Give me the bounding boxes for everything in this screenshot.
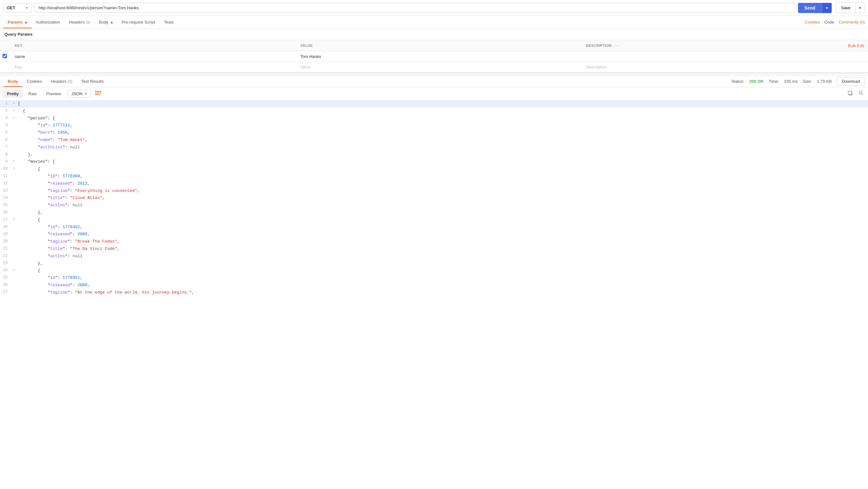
json-line: 10 ▾ { — [0, 165, 868, 173]
json-line: 27 "tagline": "At the edge of the world,… — [0, 289, 868, 296]
toolbar-right-actions — [846, 89, 865, 98]
section-divider — [0, 72, 868, 74]
body-dot-icon — [111, 22, 113, 24]
save-button[interactable]: Save — [836, 3, 856, 13]
size-label-text: Size: — [803, 79, 812, 84]
method-chevron-icon: ▼ — [25, 6, 28, 9]
copy-icon — [848, 90, 853, 95]
json-line: 4 "id": 1777111, — [0, 122, 868, 129]
json-line: 17 ▾ { — [0, 216, 868, 224]
tab-params[interactable]: Params — [3, 16, 32, 28]
json-line: 15 "actIns": null — [0, 202, 868, 209]
tab-tests[interactable]: Tests — [159, 16, 178, 28]
query-params-label: Query Params — [0, 29, 868, 40]
more-options-button[interactable]: ··· — [614, 43, 620, 49]
url-input[interactable] — [34, 3, 796, 13]
resp-tab-headers[interactable]: Headers (3) — [46, 76, 76, 87]
pretty-view-button[interactable]: Pretty — [3, 90, 23, 98]
tab-prerequest[interactable]: Pre-request Script — [117, 16, 159, 28]
json-line: 23 }, — [0, 260, 868, 268]
th-checkbox — [0, 40, 11, 51]
cookies-link[interactable]: Cookies — [805, 20, 820, 25]
svg-line-6 — [862, 94, 863, 95]
send-button[interactable]: Send — [798, 3, 822, 13]
param-desc-cell[interactable] — [582, 51, 868, 62]
response-meta: Status: 200 OK Time: 335 ms Size: 1.79 K… — [732, 77, 865, 86]
svg-rect-1 — [95, 93, 99, 93]
status-label-text: Status: — [732, 79, 744, 84]
json-viewer: 1 ▾ [ 2 ▾ { 3 ▾ "person": { 4 "id": 1777… — [0, 100, 868, 465]
comments-link[interactable]: Comments (0) — [839, 20, 865, 25]
preview-view-button[interactable]: Preview — [42, 90, 65, 98]
request-tabs-bar: Params Authorization Headers (9) Body Pr… — [0, 16, 868, 29]
method-select[interactable]: GET ▼ — [3, 3, 32, 12]
tab-headers[interactable]: Headers (9) — [65, 16, 95, 28]
format-select[interactable]: JSON ▼ — [68, 90, 91, 98]
format-chevron-icon: ▼ — [84, 92, 88, 95]
params-dot-icon — [25, 22, 27, 24]
param-value-cell[interactable]: Tom Hanks — [297, 51, 582, 62]
time-value: 335 ms — [784, 79, 798, 84]
tabs-right-links: Cookies Code Comments (0) — [805, 20, 865, 25]
json-line: 20 "tagline": "Break The Codes", — [0, 238, 868, 245]
svg-point-5 — [859, 91, 862, 94]
json-line: 3 ▾ "person": { — [0, 115, 868, 122]
json-line: 22 "actIns": null — [0, 253, 868, 260]
headers-badge: (9) — [86, 20, 90, 24]
download-button[interactable]: Download — [837, 77, 865, 86]
json-line: 13 "tagline": "Everything is connected", — [0, 187, 868, 195]
raw-view-button[interactable]: Raw — [25, 90, 40, 98]
json-line: 11 "id": 1778369, — [0, 173, 868, 180]
json-line: 19 "released": 2006, — [0, 231, 868, 238]
json-line: 6 "name": "Tom Hanks", — [0, 136, 868, 144]
param-new-key[interactable]: Key — [11, 62, 297, 72]
json-line: 18 "id": 1778452, — [0, 224, 868, 231]
param-row-name: name Tom Hanks — [0, 51, 868, 62]
copy-button[interactable] — [846, 89, 854, 98]
bulk-edit-button[interactable]: Bulk Edit — [848, 43, 864, 48]
param-new-value[interactable]: Value — [297, 62, 582, 72]
th-description: DESCRIPTION ··· Bulk Edit — [582, 40, 868, 51]
time-label-text: Time: — [769, 79, 779, 84]
resp-tab-body[interactable]: Body — [3, 76, 23, 87]
svg-rect-4 — [848, 91, 851, 95]
json-line: 9 ▾ "movies": [ — [0, 158, 868, 165]
save-dropdown-button[interactable]: ▼ — [856, 3, 865, 13]
json-line: 1 ▾ [ — [0, 100, 868, 108]
th-key: KEY — [11, 40, 297, 51]
param-checkbox-cell — [0, 51, 11, 62]
json-line: 8 }, — [0, 151, 868, 158]
response-toolbar: Pretty Raw Preview JSON ▼ — [0, 87, 868, 100]
param-new-desc[interactable]: Description — [582, 62, 868, 72]
svg-rect-2 — [95, 94, 100, 95]
json-line: 24 ▾ { — [0, 267, 868, 274]
wrap-icon — [95, 90, 101, 95]
wrap-button[interactable] — [93, 90, 103, 98]
json-line: 7 "actInList": null — [0, 144, 868, 151]
th-value: VALUE — [297, 40, 582, 51]
param-checkbox[interactable] — [3, 54, 7, 58]
status-value: 200 OK — [749, 79, 764, 84]
json-line: 2 ▾ { — [0, 108, 868, 115]
search-button[interactable] — [857, 89, 865, 98]
url-bar: GET ▼ Send ▼ Save ▼ — [0, 0, 868, 16]
json-line: 26 "released": 2000, — [0, 282, 868, 289]
tab-authorization[interactable]: Authorization — [32, 16, 65, 28]
json-line: 14 "title": "Cloud Atlas", — [0, 194, 868, 202]
json-line: 5 "born": 1956, — [0, 129, 868, 136]
param-key-cell[interactable]: name — [11, 51, 297, 62]
send-dropdown-button[interactable]: ▼ — [822, 3, 832, 13]
resp-tab-cookies[interactable]: Cookies — [23, 76, 46, 87]
json-line: 12 "released": 2012, — [0, 180, 868, 187]
size-value: 1.79 KB — [817, 79, 832, 84]
json-line: 16 }, — [0, 209, 868, 216]
code-link[interactable]: Code — [825, 20, 834, 25]
tab-body[interactable]: Body — [95, 16, 117, 28]
resp-tab-test-results[interactable]: Test Results — [77, 76, 108, 87]
json-line: 25 "id": 1778951, — [0, 274, 868, 282]
search-icon — [859, 90, 864, 95]
param-row-new: Key Value Description — [0, 62, 868, 72]
save-button-group: Save ▼ — [836, 3, 865, 13]
json-line: 21 "title": "The Da Vinci Code", — [0, 245, 868, 253]
params-table: KEY VALUE DESCRIPTION ··· Bulk Edit name… — [0, 40, 868, 72]
